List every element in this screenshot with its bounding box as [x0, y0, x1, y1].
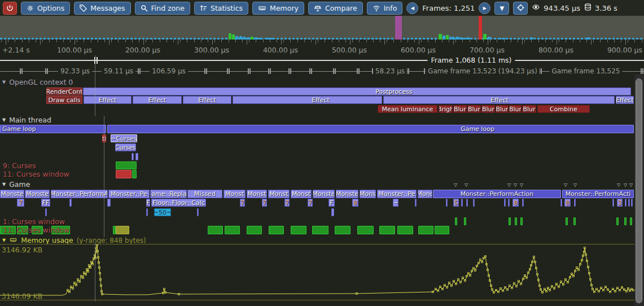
zone-bar[interactable]: F	[146, 199, 150, 207]
zone-bar[interactable]: FF	[41, 199, 50, 207]
zone-bar[interactable]: Blur	[496, 105, 509, 113]
zone-bar[interactable]	[455, 217, 457, 225]
frame-time-bar[interactable]	[395, 16, 402, 40]
zone-bar[interactable]: 7	[17, 199, 24, 207]
zone-bar[interactable]: Monst	[291, 190, 312, 198]
zone-bar[interactable]	[197, 208, 199, 216]
zone-bar[interactable]	[612, 199, 614, 207]
zone-bar[interactable]	[508, 199, 510, 207]
zone-bar[interactable]: Monste	[313, 190, 335, 198]
zone-bar[interactable]: Effect	[133, 96, 182, 104]
options-button[interactable]: Options	[21, 2, 70, 15]
main-thread-section-header[interactable]: ▼ Main thread	[2, 116, 51, 124]
zone-bar[interactable]	[522, 199, 524, 207]
zone-bar[interactable]: Game loop	[107, 125, 634, 133]
zone-bar[interactable]: Blur	[467, 105, 481, 113]
frame-marks-row[interactable]: 92.33 µs59.11 µs106.59 µs58.23 µsGame fr…	[0, 66, 644, 76]
opengl-section-header[interactable]: ▼ OpenGL context 0	[2, 78, 73, 86]
zone-bar[interactable]: Effect	[616, 96, 634, 104]
zone-bar[interactable]: Monster::Pe	[108, 190, 150, 198]
zone-bar[interactable]	[107, 199, 111, 207]
frame-mark-label[interactable]: Game frame 13,525	[550, 67, 623, 75]
zone-bar[interactable]	[45, 208, 47, 216]
frame-label[interactable]: Frame 1,068 (1.11 ms)	[428, 56, 515, 64]
zone-bar[interactable]	[116, 226, 129, 234]
info-button[interactable]: Info	[367, 2, 403, 15]
zone-bar[interactable]: ~50~	[154, 208, 171, 216]
compare-button[interactable]: Compare	[308, 2, 363, 15]
zone-bar[interactable]	[132, 153, 134, 160]
zone-bar[interactable]: Monster::PerformAction	[433, 190, 561, 198]
zone-bar[interactable]	[628, 199, 630, 207]
zone-bar[interactable]	[616, 217, 619, 225]
zone-bar[interactable]: 3	[617, 199, 623, 207]
frame-time-bar[interactable]	[483, 34, 487, 40]
frame-time-bar[interactable]	[443, 36, 445, 40]
zone-bar[interactable]: Game::Replay	[150, 190, 187, 198]
frame-mark-label[interactable]: 59.11 µs	[102, 67, 135, 75]
message-marker-icon[interactable]: ▽	[514, 182, 517, 187]
zone-bar[interactable]: Mons	[360, 190, 376, 198]
zone-bar[interactable]: Effect	[84, 96, 132, 104]
frame-mark-label[interactable]: 92.33 µs	[58, 67, 92, 75]
message-marker-icon[interactable]: ▽	[465, 182, 468, 187]
zone-bar[interactable]: Mean luminance	[378, 105, 437, 113]
zone-bar[interactable]: RenderCont	[46, 88, 82, 95]
zone-bar[interactable]	[247, 226, 262, 234]
zone-bar[interactable]: 8	[564, 199, 571, 207]
zone-bar[interactable]	[69, 199, 72, 207]
zone-bar[interactable]	[625, 199, 627, 207]
zone-bar[interactable]: Combine	[537, 105, 590, 113]
zone-bar[interactable]	[566, 217, 568, 225]
zone-bar[interactable]: Blur	[481, 105, 495, 113]
zone-bar[interactable]: 8	[512, 199, 519, 207]
zone-bar[interactable]	[335, 226, 351, 234]
next-frame-button[interactable]: ▶	[479, 2, 490, 14]
zone-bar[interactable]: Monste	[336, 190, 358, 198]
zone-bar[interactable]: Monst	[268, 190, 290, 198]
zone-bar[interactable]	[269, 226, 284, 234]
zone-bar[interactable]	[624, 217, 627, 225]
message-marker-icon[interactable]: ▽	[617, 182, 620, 187]
zone-bar[interactable]	[116, 161, 137, 169]
message-marker-icon[interactable]: ▽	[629, 182, 633, 187]
frame-mark-label[interactable]: Game frame 13,523 (194.23 µs)	[426, 67, 540, 75]
zone-bar[interactable]: Game loop	[0, 125, 106, 133]
zone-bar[interactable]: Monste	[0, 190, 24, 198]
zone-bar[interactable]	[560, 199, 562, 207]
zone-bar[interactable]: Effect	[383, 96, 615, 104]
zone-bar[interactable]: Mons	[418, 190, 432, 198]
zone-bar[interactable]: Monste	[25, 190, 50, 198]
zone-bar[interactable]	[473, 199, 475, 207]
message-marker-icon[interactable]: ▽	[573, 182, 577, 187]
zone-bar[interactable]: Curses	[115, 143, 136, 151]
messages-button[interactable]: Messages	[74, 2, 130, 15]
frame-mark-label[interactable]: 106.59 µs	[150, 67, 188, 75]
zone-bar[interactable]: F	[328, 199, 335, 207]
zone-bar[interactable]	[464, 217, 466, 225]
zone-bar[interactable]	[466, 199, 468, 207]
zone-bar[interactable]	[116, 170, 132, 178]
zone-bar[interactable]: Monster::PerformActi	[562, 190, 634, 198]
zone-bar[interactable]: 8	[352, 199, 358, 207]
power-button[interactable]	[3, 2, 17, 15]
zone-bar[interactable]: 7	[308, 199, 313, 207]
zoom-out-button[interactable]: ▼	[494, 2, 509, 15]
zone-bar[interactable]	[461, 199, 463, 207]
zone-bar[interactable]: Postprocess	[83, 88, 631, 95]
zone-bar[interactable]	[291, 226, 306, 234]
frame-graph[interactable]	[0, 16, 644, 40]
frame-time-bar[interactable]	[446, 35, 449, 40]
zone-bar[interactable]	[146, 208, 148, 216]
zone-bar[interactable]	[418, 226, 433, 234]
zone-bar[interactable]	[312, 226, 328, 234]
frame-time-bar[interactable]	[232, 34, 235, 40]
zone-bar[interactable]: 7	[284, 199, 290, 207]
zone-bar[interactable]	[520, 217, 523, 225]
zone-bar[interactable]: 7	[262, 199, 267, 207]
zone-bar[interactable]: Monster::PerformA	[51, 190, 108, 198]
zone-bar[interactable]: 7	[240, 199, 245, 207]
zone-bar[interactable]	[208, 226, 223, 234]
zone-bar[interactable]: Monst	[224, 190, 246, 198]
zone-bar[interactable]: Monster::Pe	[377, 190, 417, 198]
